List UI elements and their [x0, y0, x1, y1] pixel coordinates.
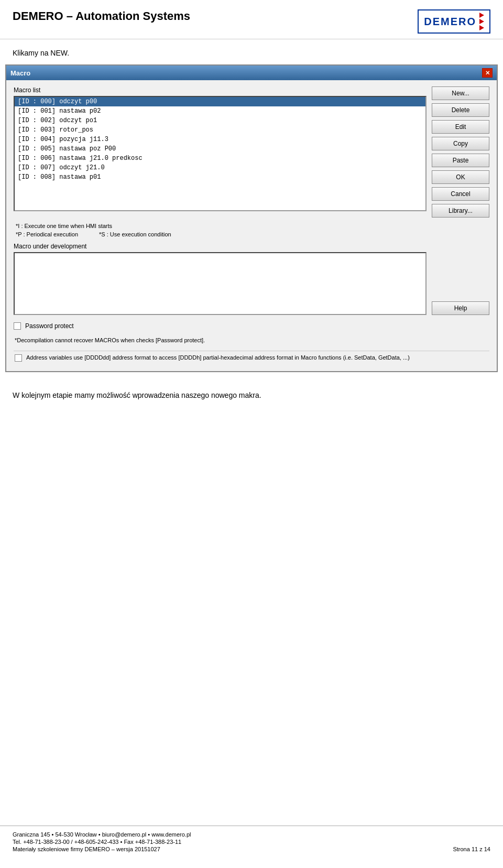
paste-button[interactable]: Paste [432, 154, 489, 167]
macro-dev-box[interactable] [14, 252, 427, 315]
dialog-buttons: New... Delete Edit Copy Paste OK Cancel … [432, 86, 489, 218]
macro-list-section: Macro list [ID : 000] odczyt p00[ID : 00… [14, 86, 489, 218]
macro-list-item[interactable]: [ID : 006] nastawa j21.0 predkosc [15, 154, 425, 163]
macro-dev-section: Macro under development Help [14, 243, 489, 315]
cancel-button[interactable]: Cancel [432, 187, 489, 201]
macro-list-item[interactable]: [ID : 003] rotor_pos [15, 125, 425, 135]
bottom-text: W kolejnym etapie mamy możliwość wprowad… [0, 382, 503, 405]
intro-text: Klikamy na NEW. [0, 49, 503, 57]
legend-p: *P : Periodical execution [16, 231, 78, 237]
logo-text: DEMERO [424, 16, 476, 28]
dialog-close-button[interactable]: ✕ [482, 68, 493, 78]
logo-box: DEMERO [418, 9, 490, 34]
delete-button[interactable]: Delete [432, 103, 489, 117]
macro-list-item[interactable]: [ID : 000] odczyt p00 [15, 97, 425, 106]
ok-button[interactable]: OK [432, 170, 489, 184]
copy-button[interactable]: Copy [432, 137, 489, 150]
macro-dev-area: Help [14, 252, 489, 315]
legend-section: *I : Execute one time when HMI starts *P… [14, 223, 489, 237]
macro-list-item[interactable]: [ID : 002] odczyt po1 [15, 116, 425, 125]
logo-arrow-1 [479, 13, 484, 18]
page-header: DEMERO – Automation Systems DEMERO [0, 0, 503, 39]
dialog-title: Macro [10, 69, 30, 77]
macro-list-item[interactable]: [ID : 001] nastawa p02 [15, 106, 425, 116]
footer-page-info: Strona 11 z 14 [453, 846, 490, 852]
macro-list-item[interactable]: [ID : 007] odczyt j21.0 [15, 163, 425, 172]
macro-dev-label: Macro under development [14, 243, 489, 250]
footer-materials: Materiały szkoleniowe firmy DEMERO – wer… [13, 846, 191, 852]
new-button[interactable]: New... [432, 86, 489, 100]
page-title: DEMERO – Automation Systems [13, 9, 190, 23]
legend-s: *S : Use execution condition [99, 231, 171, 237]
macro-list-item[interactable]: [ID : 005] nastawa poz P00 [15, 144, 425, 154]
address-note: Address variables use [DDDDdd] address f… [26, 354, 410, 361]
footer-tel: Tel. +48-71-388-23-00 / +48-605-242-433 … [13, 839, 191, 845]
edit-button[interactable]: Edit [432, 120, 489, 134]
macro-list-item[interactable]: [ID : 008] nastawa p01 [15, 172, 425, 182]
page-footer: Graniczna 145 • 54-530 Wrocław • biuro@d… [0, 826, 503, 858]
dialog-titlebar: Macro ✕ [6, 66, 497, 80]
password-section: Password protect [14, 320, 489, 332]
footer-address: Graniczna 145 • 54-530 Wrocław • biuro@d… [13, 831, 191, 838]
logo-area: DEMERO [418, 9, 490, 34]
macro-list-label: Macro list [14, 86, 427, 94]
password-checkbox[interactable] [14, 322, 21, 330]
footer-left: Graniczna 145 • 54-530 Wrocław • biuro@d… [13, 831, 191, 852]
logo-arrow-2 [479, 19, 484, 24]
legend-row2: *P : Periodical execution *S : Use execu… [16, 231, 487, 237]
help-btn-area: Help [432, 252, 489, 315]
macro-dialog: Macro ✕ Macro list [ID : 000] odczyt p00… [5, 64, 498, 372]
logo-arrow-3 [479, 25, 484, 30]
macro-list-box[interactable]: [ID : 000] odczyt p00[ID : 001] nastawa … [14, 96, 427, 211]
macro-list-item[interactable]: [ID : 004] pozycja j11.3 [15, 135, 425, 144]
help-button[interactable]: Help [432, 301, 489, 315]
dialog-body: Macro list [ID : 000] odczyt p00[ID : 00… [6, 80, 497, 371]
password-label: Password protect [25, 322, 74, 330]
macro-list-container: Macro list [ID : 000] odczyt p00[ID : 00… [14, 86, 427, 211]
library-button[interactable]: Library... [432, 204, 489, 218]
decompile-note: *Decompilation cannot recover MACROs whe… [14, 337, 489, 343]
address-checkbox[interactable] [15, 354, 22, 362]
legend-line1: *I : Execute one time when HMI starts [16, 223, 487, 229]
logo-arrows [479, 13, 484, 30]
address-section: Address variables use [DDDDdd] address f… [14, 351, 489, 365]
